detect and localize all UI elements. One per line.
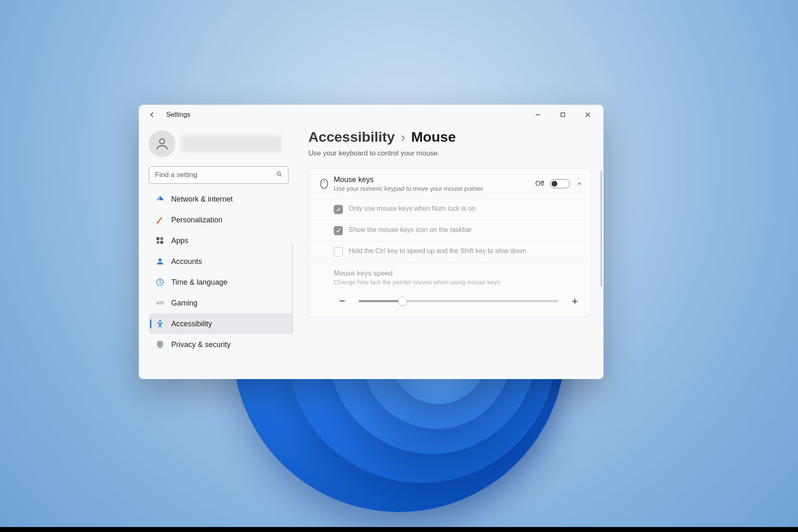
sidebar-item-gaming[interactable]: Gaming xyxy=(149,293,293,313)
window-title: Settings xyxy=(166,111,190,118)
gamepad-icon xyxy=(155,298,165,308)
mouse-keys-toggle[interactable] xyxy=(550,179,570,188)
toggle-state-label: Off xyxy=(535,180,544,187)
breadcrumb-separator: › xyxy=(401,129,405,145)
mouse-keys-row[interactable]: Mouse keys Use your numeric keypad to mo… xyxy=(309,169,591,199)
svg-point-16 xyxy=(161,302,162,303)
wifi-icon xyxy=(155,195,165,204)
nav-list: Network & internet Personalization Apps … xyxy=(149,189,293,379)
paintbrush-icon xyxy=(155,215,165,224)
svg-point-5 xyxy=(277,172,281,175)
svg-point-17 xyxy=(162,303,163,304)
slider-thumb[interactable] xyxy=(398,297,407,306)
speed-desc: Change how fast the pointer moves when u… xyxy=(334,278,583,286)
apps-icon xyxy=(155,236,165,245)
mouse-keys-desc: Use your numeric keypad to move your mou… xyxy=(334,185,535,192)
back-button[interactable] xyxy=(147,110,157,120)
search-icon xyxy=(276,171,283,179)
sidebar: Network & internet Personalization Apps … xyxy=(139,125,297,379)
svg-point-12 xyxy=(158,259,161,261)
profile-name-redacted xyxy=(181,135,281,152)
mouse-keys-card: Mouse keys Use your numeric keypad to mo… xyxy=(308,168,592,317)
sidebar-item-accessibility[interactable]: Accessibility xyxy=(149,313,293,334)
mouse-keys-speed-row: Mouse keys speed Change how fast the poi… xyxy=(309,262,591,317)
breadcrumb: Accessibility › Mouse xyxy=(308,129,592,145)
option-ctrl-shift-label: Hold the Ctrl key to speed up and the Sh… xyxy=(349,247,526,255)
option-numlock-label: Only use mouse keys when Num lock is on xyxy=(349,205,475,212)
mouse-icon xyxy=(317,178,331,189)
breadcrumb-leaf: Mouse xyxy=(411,129,456,145)
close-button[interactable] xyxy=(575,105,600,125)
breadcrumb-parent[interactable]: Accessibility xyxy=(308,129,395,145)
sidebar-scrollbar[interactable] xyxy=(292,243,293,334)
svg-rect-7 xyxy=(157,222,159,224)
content-pane: Accessibility › Mouse Use your keyboard … xyxy=(297,125,603,379)
minimize-button[interactable] xyxy=(525,105,550,125)
shield-icon xyxy=(155,340,165,349)
svg-line-6 xyxy=(280,175,281,176)
speed-slider[interactable] xyxy=(359,300,558,302)
page-subheading: Use your keyboard to control your mouse. xyxy=(308,149,592,158)
screen-bottom-edge xyxy=(0,527,798,532)
search-input[interactable] xyxy=(149,166,288,184)
maximize-button[interactable] xyxy=(550,105,575,125)
svg-rect-11 xyxy=(160,241,163,244)
sidebar-item-label: Network & internet xyxy=(171,195,233,204)
sidebar-item-accounts[interactable]: Accounts xyxy=(149,251,293,272)
profile-block[interactable] xyxy=(149,128,293,165)
sidebar-item-label: Accessibility xyxy=(171,320,212,328)
avatar xyxy=(149,131,175,157)
svg-point-18 xyxy=(159,320,161,321)
sidebar-item-label: Privacy & security xyxy=(171,340,231,349)
sidebar-item-label: Personalization xyxy=(171,216,222,224)
mouse-keys-title: Mouse keys xyxy=(334,175,535,184)
checkbox-taskbar-icon[interactable] xyxy=(334,226,343,235)
sidebar-item-privacy-security[interactable]: Privacy & security xyxy=(149,334,293,355)
accessibility-icon xyxy=(155,319,165,328)
svg-rect-10 xyxy=(157,241,160,244)
sidebar-item-label: Gaming xyxy=(171,299,197,308)
svg-rect-1 xyxy=(561,113,565,117)
expand-collapse-button[interactable] xyxy=(576,180,583,187)
sidebar-item-network[interactable]: Network & internet xyxy=(149,189,293,209)
svg-rect-14 xyxy=(156,301,164,305)
option-taskbar-icon[interactable]: Show the mouse keys icon on the taskbar xyxy=(309,220,591,241)
sidebar-item-time-language[interactable]: Time & language xyxy=(149,272,293,293)
option-taskbar-icon-label: Show the mouse keys icon on the taskbar xyxy=(349,226,472,234)
speed-increase-button[interactable]: + xyxy=(570,295,580,308)
sidebar-item-label: Accounts xyxy=(171,257,202,266)
clock-globe-icon xyxy=(155,278,165,287)
speed-title: Mouse keys speed xyxy=(334,269,583,278)
titlebar: Settings xyxy=(139,105,603,125)
sidebar-item-apps[interactable]: Apps xyxy=(149,230,293,251)
svg-rect-9 xyxy=(160,237,163,240)
sidebar-item-personalization[interactable]: Personalization xyxy=(149,209,293,230)
checkbox-numlock[interactable] xyxy=(334,205,343,214)
checkbox-ctrl-shift[interactable] xyxy=(334,247,343,256)
content-scrollbar[interactable] xyxy=(601,170,602,287)
speed-decrease-button[interactable]: − xyxy=(337,295,347,308)
option-ctrl-shift[interactable]: Hold the Ctrl key to speed up and the Sh… xyxy=(309,241,591,262)
option-numlock[interactable]: Only use mouse keys when Num lock is on xyxy=(309,199,591,220)
svg-point-15 xyxy=(158,303,158,303)
sidebar-item-label: Time & language xyxy=(171,278,227,287)
svg-rect-8 xyxy=(157,237,160,240)
svg-point-4 xyxy=(160,139,165,144)
settings-window: Settings xyxy=(139,105,603,379)
sidebar-item-label: Apps xyxy=(171,236,188,245)
search-box[interactable] xyxy=(149,166,288,184)
person-icon xyxy=(155,257,165,266)
